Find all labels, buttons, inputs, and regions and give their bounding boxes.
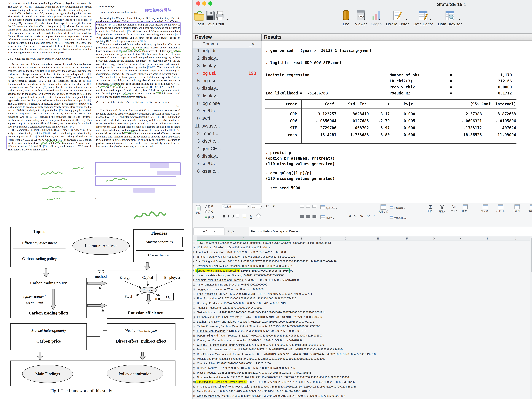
row-number[interactable]: 30 [192, 376, 195, 379]
cell[interactable]: Farming, Forestry, Animal Husbandry, Fis… [195, 255, 277, 258]
cell[interactable]: Petroleum and Natural Gas Extraction [195, 265, 242, 268]
cell[interactable]: Textile Industry [196, 311, 216, 314]
search-icon[interactable] [226, 230, 230, 233]
bold-button[interactable]: B [223, 215, 225, 218]
cell[interactable]: Petroleum Processing and Coking [196, 348, 239, 351]
review-command-row[interactable]: 1 help di... [192, 48, 261, 56]
sort-button[interactable]: A↕ 排序 [449, 204, 459, 212]
paste-button[interactable]: 粘贴 [194, 204, 202, 215]
review-command-row[interactable]: 2 import... [192, 131, 261, 138]
row-number[interactable]: 32 [192, 385, 195, 388]
row-number[interactable]: 5 [192, 260, 194, 263]
review-command-row[interactable]: 6 display... [192, 153, 261, 161]
row-number[interactable]: 3 [192, 251, 194, 254]
row-number[interactable]: 19 [192, 325, 195, 328]
cell[interactable]: Printing and Record Medium Reproduction [196, 339, 249, 342]
cell[interactable]: Metal Products [196, 390, 216, 393]
font-family-select[interactable]: Calibri [222, 204, 249, 209]
row-number[interactable]: 14 [192, 302, 195, 305]
table-style-button[interactable]: 表格样式 [390, 206, 405, 210]
row-number[interactable]: 22 [192, 339, 195, 342]
fill-button[interactable]: 填充 [460, 204, 470, 213]
row-number[interactable]: 7 [192, 269, 194, 272]
cell[interactable]: Papermaking and Paper Products [196, 334, 238, 337]
row-number[interactable]: 31 [192, 381, 196, 383]
scrollbar-thumb[interactable] [531, 238, 532, 272]
column-header[interactable]: B [290, 236, 313, 241]
row-number[interactable]: 6 [192, 265, 194, 267]
cell[interactable]: Coal Mining and Dressing [195, 260, 227, 263]
column-header[interactable]: H [447, 236, 474, 241]
cell[interactable]: Nonferrous Metals Mining and Dressing [195, 274, 244, 277]
close-button[interactable] [196, 1, 200, 6]
row-number[interactable]: 2 [192, 246, 195, 249]
cell[interactable]: Tobacco Processing [196, 306, 222, 309]
vertical-scrollbar[interactable] [530, 236, 532, 399]
review-command-row[interactable]: 3 xtset c... [192, 138, 261, 146]
viewer-button[interactable]: Viewer [353, 8, 368, 26]
cut-button[interactable]: 剪切 [203, 204, 214, 209]
align-middle-icon[interactable] [306, 205, 310, 208]
cell[interactable]: Smelting and Pressing of Nonferrous Meta… [196, 385, 250, 388]
freeze-panes-button[interactable]: 冻结窗格 [526, 204, 532, 213]
row-number[interactable]: 8 [192, 274, 194, 277]
row-number[interactable]: 16 [192, 311, 195, 314]
row-number[interactable]: 17 [192, 316, 195, 319]
cell[interactable]: Leather, Furs, Down and Related Products [196, 320, 249, 323]
column-header[interactable]: A [197, 236, 290, 241]
cell[interactable]: Logging and Transport of Wood and Bamboo [196, 288, 251, 291]
shrink-font-button[interactable]: A- [272, 204, 275, 208]
row-number[interactable]: 18 [192, 320, 195, 323]
font-size-select[interactable]: 11 [251, 204, 262, 209]
align-left-icon[interactable] [300, 215, 304, 218]
row-number[interactable]: 12 [192, 293, 195, 295]
cell[interactable]: Rubber Products [196, 367, 218, 370]
underline-button[interactable]: U [232, 215, 234, 218]
cell[interactable]: Ferrous Metals Mining and Dressing [195, 269, 240, 272]
review-column-headers[interactable]: Comma... _rc [192, 41, 261, 48]
decrease-decimal-button[interactable]: ⁻·⁰ [372, 215, 375, 217]
cell[interactable] [196, 241, 197, 245]
row-number[interactable]: 1 [192, 241, 195, 244]
row-number[interactable]: 4 [192, 255, 194, 258]
row-number[interactable]: 28 [192, 367, 195, 370]
cell[interactable] [196, 246, 197, 249]
cell[interactable]: Timber Processing, Bamboo, Cane, Palm & … [196, 325, 268, 328]
column-header[interactable]: G [421, 236, 447, 241]
row-number[interactable]: 25 [192, 353, 195, 356]
currency-button[interactable]: ¥ [349, 214, 351, 218]
data-editor-button[interactable]: Data Editor [412, 8, 435, 26]
cell-style-button2[interactable]: 单元格样式 [390, 215, 407, 219]
column-header[interactable]: J [501, 236, 531, 241]
review-command-row[interactable]: 4 log usi... 198 [192, 71, 261, 78]
row-number[interactable]: 26 [192, 357, 195, 360]
row-number[interactable]: 10 [192, 283, 195, 286]
graph-button[interactable]: Graph [369, 8, 384, 26]
row-number[interactable]: 9 [192, 279, 194, 281]
align-center-icon[interactable] [306, 215, 310, 218]
rows-columns-button[interactable]: 行和列 [494, 204, 508, 213]
row-number[interactable]: 11 [192, 288, 195, 291]
cell[interactable]: Beverage Production [196, 302, 223, 305]
borders-button[interactable] [236, 214, 239, 217]
cell[interactable]: Garments and Other Fiber Products [196, 316, 241, 319]
review-command-row[interactable]: 0 pwd [192, 116, 261, 123]
increase-decimal-button[interactable]: ⁺·⁰ [367, 215, 370, 217]
align-top-icon[interactable] [300, 205, 304, 208]
review-command-row[interactable]: 7 cd /Us... [192, 161, 261, 169]
zoom-button[interactable] [208, 1, 212, 6]
cell[interactable]: Medical and Pharmaceutical Products [196, 357, 243, 360]
review-command-row[interactable]: 2 display... [192, 56, 261, 63]
sum-button[interactable]: Σ 求和 [425, 204, 436, 213]
log-button[interactable]: Log [340, 8, 353, 26]
column-header[interactable]: C [313, 236, 328, 241]
review-command-row[interactable]: 6 display... [192, 86, 261, 93]
review-command-row[interactable]: 4 gen CE... [192, 146, 261, 153]
cell[interactable]: Ordinary Machinery [196, 394, 222, 398]
font-color-button[interactable]: A [250, 215, 252, 219]
review-command-row[interactable]: 8 log close [192, 101, 261, 108]
review-command-row[interactable]: 11 sysuse... [192, 123, 261, 131]
cell[interactable]: Food Processing [196, 292, 218, 296]
fx-icon[interactable]: fx [231, 229, 234, 233]
cell[interactable]: Smelting and Pressing of Ferrous Metals [196, 380, 247, 384]
